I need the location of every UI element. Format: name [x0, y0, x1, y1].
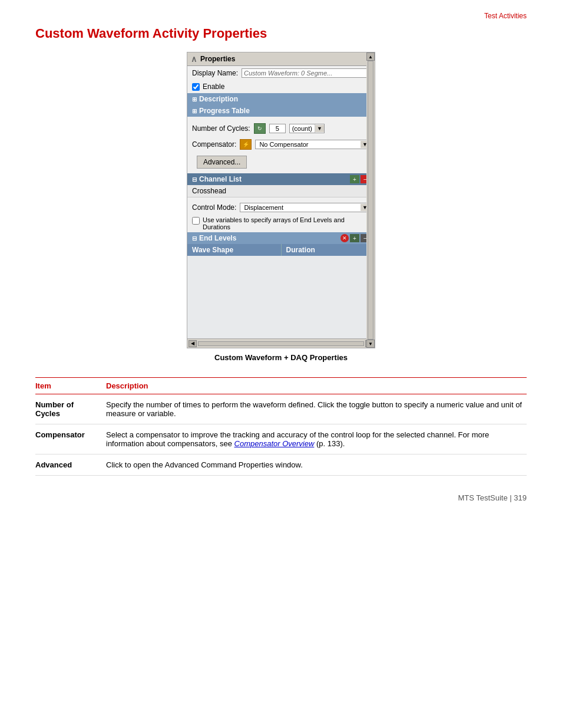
wave-shape-col-header: Wave Shape — [187, 244, 282, 256]
dialog-container: ∧ Properties Display Name: Custom Wavefo… — [35, 52, 527, 371]
progress-table-expand-icon: ⊞ — [192, 108, 197, 114]
cycles-row: Number of Cycles: ↻ (count) ▼ — [187, 120, 375, 137]
table-row: Advanced Click to open the Advanced Comm… — [35, 454, 527, 476]
description-section-header[interactable]: ⊞ Description — [187, 93, 375, 105]
top-right-label: Test Activities — [35, 12, 527, 20]
desc-number-of-cycles: Specify the number of times to perform t… — [106, 394, 527, 424]
item-number-of-cycles: Number of Cycles — [35, 394, 106, 424]
enable-row: Enable — [187, 80, 375, 93]
v-scrollbar[interactable]: ▲ ▼ — [366, 52, 375, 348]
scroll-left-arrow[interactable]: ◀ — [189, 340, 197, 347]
end-levels-table-body — [187, 256, 375, 338]
dialog-titlebar: ∧ Properties — [187, 52, 375, 66]
enable-label: Enable — [203, 83, 224, 91]
compensator-icon: ⚡ — [240, 139, 252, 150]
end-levels-table-header: Wave Shape Duration — [187, 244, 375, 256]
waveform-icon: ∧ — [191, 54, 197, 64]
crosshead-row: Crosshead — [187, 185, 375, 197]
control-mode-dropdown[interactable]: Displacement ▼ — [240, 203, 370, 212]
titlebar-label: Properties — [200, 55, 235, 63]
end-levels-add-btn[interactable]: + — [350, 234, 359, 242]
dialog-caption: Custom Waveform + DAQ Properties — [214, 353, 348, 362]
scroll-up-arrow[interactable]: ▲ — [366, 52, 375, 61]
variables-label: Use variables to specify arrays of End L… — [203, 216, 370, 230]
channel-list-label: Channel List — [199, 175, 242, 183]
table-row: Number of Cycles Specify the number of t… — [35, 394, 527, 424]
page-title: Custom Waveform Activity Properties — [35, 26, 527, 41]
dialog-box: ∧ Properties Display Name: Custom Wavefo… — [187, 52, 375, 348]
description-label: Description — [199, 95, 238, 103]
compensator-value: No Compensator — [256, 140, 361, 149]
channel-list-header[interactable]: ⊟ Channel List + − — [187, 173, 375, 185]
end-levels-label: End Levels — [199, 234, 236, 242]
duration-col-header: Duration — [282, 244, 375, 256]
display-name-label: Display Name: — [192, 69, 238, 77]
channel-list-add-btn[interactable]: + — [350, 175, 359, 183]
control-mode-value: Displacement — [240, 203, 361, 212]
cycles-toggle-icon[interactable]: ↻ — [254, 123, 266, 134]
item-advanced: Advanced — [35, 454, 106, 476]
desc-compensator: Select a compensator to improve the trac… — [106, 424, 527, 454]
display-name-input[interactable]: Custom Waveform: 0 Segme... — [242, 68, 370, 78]
progress-table-section-header[interactable]: ⊞ Progress Table — [187, 105, 375, 117]
cycles-unit-dropdown[interactable]: (count) ▼ — [289, 124, 325, 133]
end-levels-x-btn[interactable]: ✕ — [340, 234, 349, 242]
desc-advanced: Click to open the Advanced Command Prope… — [106, 454, 527, 476]
compensator-dropdown[interactable]: No Compensator ▼ — [255, 140, 370, 149]
h-scroll-track[interactable] — [198, 341, 364, 346]
progress-table-label: Progress Table — [199, 107, 250, 115]
count-unit-label: (count) — [290, 124, 315, 133]
enable-checkbox[interactable] — [192, 83, 200, 91]
col-description-header: Description — [106, 378, 527, 394]
page-footer: MTS TestSuite | 319 — [35, 493, 527, 502]
end-levels-collapse-icon: ⊟ — [192, 235, 197, 242]
properties-table: Item Description Number of Cycles Specif… — [35, 378, 527, 476]
advanced-button[interactable]: Advanced... — [197, 156, 247, 169]
control-mode-row: Control Mode: Displacement ▼ — [187, 200, 375, 215]
compensator-label: Compensator: — [192, 140, 236, 149]
variables-checkbox[interactable] — [192, 217, 200, 225]
display-name-row: Display Name: Custom Waveform: 0 Segme..… — [187, 66, 375, 80]
cycles-label: Number of Cycles: — [192, 124, 250, 133]
control-mode-label: Control Mode: — [192, 203, 236, 212]
item-compensator: Compensator — [35, 424, 106, 454]
scroll-down-arrow[interactable]: ▼ — [366, 340, 375, 348]
end-levels-header[interactable]: ⊟ End Levels ✕ + − — [187, 232, 375, 244]
table-row: Compensator Select a compensator to impr… — [35, 424, 527, 454]
cycles-input[interactable] — [269, 124, 286, 133]
col-item-header: Item — [35, 378, 106, 394]
v-scroll-track — [368, 61, 373, 340]
variables-row: Use variables to specify arrays of End L… — [187, 215, 375, 232]
description-expand-icon: ⊞ — [192, 96, 197, 103]
count-dropdown-arrow[interactable]: ▼ — [315, 125, 324, 132]
compensator-link[interactable]: Compensator Overview — [234, 439, 315, 448]
compensator-row: Compensator: ⚡ No Compensator ▼ — [187, 137, 375, 152]
h-scrollbar[interactable]: ◀ ▶ — [187, 338, 375, 348]
channel-list-collapse-icon: ⊟ — [192, 176, 197, 183]
